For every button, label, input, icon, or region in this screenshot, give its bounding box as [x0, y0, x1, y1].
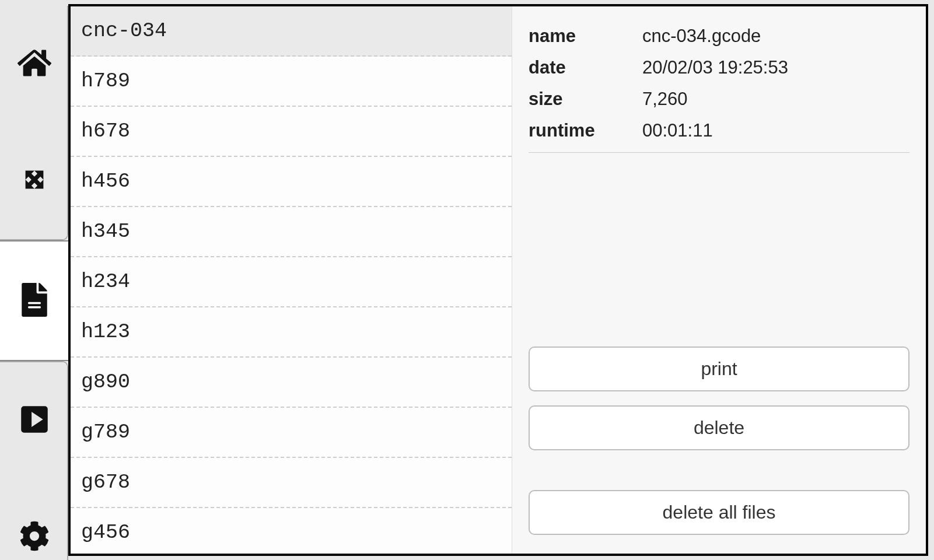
sidebar-tab-move[interactable] [0, 123, 68, 239]
action-buttons: print delete delete all files [529, 346, 909, 540]
file-item[interactable]: g890 [71, 358, 512, 408]
gap [529, 464, 909, 476]
meta-key: size [529, 89, 642, 110]
meta-row-size: size 7,260 [529, 83, 909, 115]
file-item[interactable]: h456 [71, 157, 512, 207]
file-item[interactable]: cnc-034 [71, 6, 512, 57]
meta-row-runtime: runtime 00:01:11 [529, 115, 909, 146]
main-frame: cnc-034h789h678h456h345h234h123g890g789g… [68, 4, 928, 556]
home-icon [18, 46, 51, 82]
file-item[interactable]: h789 [71, 57, 512, 107]
arrows-icon [18, 163, 51, 199]
meta-val: cnc-034.gcode [642, 26, 761, 47]
file-item[interactable]: h345 [71, 207, 512, 257]
meta-row-name: name cnc-034.gcode [529, 20, 909, 52]
file-metadata: name cnc-034.gcode date 20/02/03 19:25:5… [529, 20, 909, 153]
sidebar-tab-files[interactable] [0, 240, 68, 361]
file-item[interactable]: h678 [71, 107, 512, 157]
meta-val: 00:01:11 [642, 120, 713, 141]
file-item[interactable]: g456 [71, 508, 512, 554]
meta-key: date [529, 57, 642, 78]
gear-icon [19, 521, 50, 554]
meta-key: name [529, 26, 642, 47]
file-item[interactable]: g789 [71, 408, 512, 458]
sidebar-tab-play[interactable] [0, 362, 68, 479]
sidebar [0, 0, 68, 560]
meta-val: 7,260 [642, 89, 688, 110]
play-icon [19, 404, 50, 437]
spacer [529, 153, 909, 346]
meta-row-date: date 20/02/03 19:25:53 [529, 52, 909, 83]
meta-val: 20/02/03 19:25:53 [642, 57, 788, 78]
sidebar-tab-settings[interactable] [0, 479, 68, 560]
sidebar-group-top [0, 6, 68, 240]
detail-panel: name cnc-034.gcode date 20/02/03 19:25:5… [512, 6, 926, 554]
sidebar-tab-home[interactable] [0, 6, 68, 123]
delete-all-button[interactable]: delete all files [529, 490, 909, 535]
delete-button[interactable]: delete [529, 405, 909, 450]
file-item[interactable]: h234 [71, 257, 512, 307]
meta-key: runtime [529, 120, 642, 141]
file-icon [18, 283, 51, 319]
file-list[interactable]: cnc-034h789h678h456h345h234h123g890g789g… [71, 6, 512, 554]
print-button[interactable]: print [529, 346, 909, 391]
file-item[interactable]: h123 [71, 307, 512, 358]
sidebar-group-bottom [0, 361, 68, 560]
file-item[interactable]: g678 [71, 458, 512, 508]
